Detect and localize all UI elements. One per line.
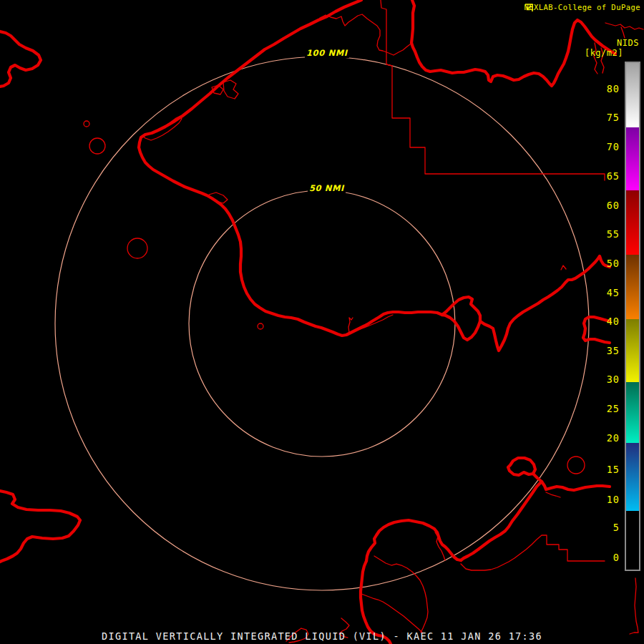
colorbar-tick-label: 20 bbox=[607, 434, 620, 444]
island-southwest bbox=[0, 491, 80, 562]
shore-detail-east bbox=[546, 492, 560, 497]
line-northeast-corner bbox=[605, 23, 643, 29]
colorbar-gradient bbox=[626, 63, 639, 570]
colorbar-tick-label: 55 bbox=[607, 230, 620, 240]
colorbar-tick-label: 45 bbox=[607, 288, 620, 298]
branch-northeast-corner bbox=[621, 27, 625, 38]
islet-circle-a bbox=[84, 121, 89, 127]
colorbar-tick-label: 0 bbox=[613, 553, 620, 563]
coastline-east-bay bbox=[480, 256, 610, 351]
colorbar-units: [kg/m2] bbox=[585, 48, 623, 58]
corner-arrow-icon bbox=[524, 3, 534, 13]
coastline-south-dome bbox=[366, 520, 461, 561]
lagoon-islet-b bbox=[223, 80, 238, 99]
boundary-lines bbox=[84, 0, 643, 643]
islet-circle-d bbox=[567, 457, 585, 474]
coastline-right-inlet bbox=[583, 317, 610, 343]
colorbar bbox=[625, 62, 640, 571]
coastline-lake-loop bbox=[442, 297, 480, 340]
delta-channel-a bbox=[374, 556, 428, 633]
colorbar-tick-label: 5 bbox=[613, 523, 620, 533]
range-ring-50nmi bbox=[189, 190, 455, 457]
radar-viewport: 100 NMI 50 NMI NEXLAB-College of DuPage … bbox=[0, 0, 644, 644]
colorbar-tick-label: 10 bbox=[607, 495, 620, 505]
islet-circle-c bbox=[127, 238, 147, 258]
colorbar-tick-label: 30 bbox=[607, 375, 620, 385]
colorbar-tick-label: 25 bbox=[607, 404, 620, 414]
river-right-edge bbox=[630, 578, 638, 634]
colorbar-tick-label: 75 bbox=[607, 113, 620, 123]
colorbar-tick-label: 60 bbox=[607, 201, 620, 211]
coastline-outlines bbox=[0, 0, 615, 644]
islet-circle-b bbox=[89, 138, 105, 154]
header-brand: NEXLAB-College of DuPage bbox=[524, 3, 640, 11]
colorbar-tick-label: 50 bbox=[607, 259, 620, 269]
range-ring-label-100nmi: 100 NMI bbox=[305, 48, 349, 58]
islet-circle-e bbox=[258, 323, 263, 329]
colorbar-tick-label: 70 bbox=[607, 142, 620, 152]
colorbar-heading: NIDS [kg/m2] bbox=[585, 38, 639, 58]
colorbar-tick-label: 35 bbox=[607, 346, 620, 356]
island-ring-southeast bbox=[508, 458, 535, 475]
radar-map bbox=[0, 0, 644, 644]
colorbar-scale-name: NIDS bbox=[585, 38, 639, 48]
delta-channel-c bbox=[361, 594, 422, 633]
colorbar-tick-label: 80 bbox=[607, 84, 620, 94]
coastline-southeast-spur bbox=[533, 474, 610, 490]
product-title: DIGITAL VERTICALLY INTEGRATED LIQUID (VI… bbox=[0, 630, 644, 642]
colorbar-tick-label: 65 bbox=[607, 172, 620, 182]
island-northwest-corner bbox=[0, 31, 41, 87]
colorbar-tick-label: 40 bbox=[607, 317, 620, 327]
coastline-main-west bbox=[139, 0, 442, 336]
wisp-east bbox=[561, 265, 566, 270]
brand-text: NEXLAB-College of DuPage bbox=[524, 3, 640, 11]
range-ring-label-50nmi: 50 NMI bbox=[308, 183, 346, 193]
political-boundary-southeast bbox=[461, 535, 605, 570]
colorbar-tick-label: 15 bbox=[607, 465, 620, 475]
